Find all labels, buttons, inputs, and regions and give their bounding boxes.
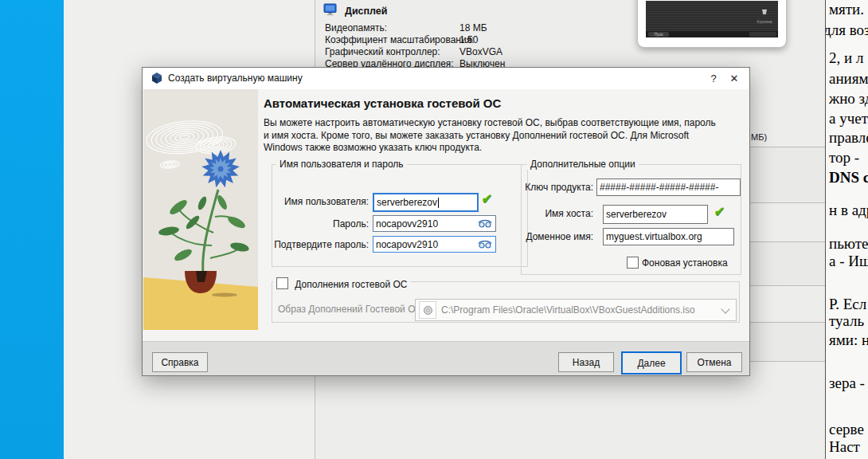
vm-start-button: Пуск <box>648 32 669 37</box>
username-valid-check-icon: ✔ <box>482 191 492 206</box>
additions-image-combobox[interactable]: C:\Program Files\Oracle\VirtualBox\VBoxG… <box>415 299 737 321</box>
doc-fragment: 2, и л <box>829 49 863 67</box>
display-section-title: Дисплей <box>345 6 388 17</box>
password-reveal-icon[interactable] <box>478 240 492 249</box>
help-footer-button[interactable]: Справка <box>152 352 208 372</box>
recycle-bin-label: Корзина <box>754 19 775 24</box>
doc-fragment: туаль <box>829 312 864 330</box>
doc-fragment: правле <box>829 129 868 147</box>
description-line: Вы можете настроить автоматическую устан… <box>264 117 741 130</box>
doc-fragment: мяти. <box>829 1 864 18</box>
description-line: и имя хоста. Кроме того, вы можете заказ… <box>264 130 741 143</box>
product-key-label: Ключ продукта: <box>523 182 593 193</box>
next-button[interactable]: Далее <box>621 351 682 375</box>
doc-fragment: зера - <box>829 375 865 392</box>
panel-separator <box>750 241 826 242</box>
doc-fragment: серве <box>829 421 864 438</box>
doc-fragment: Наст <box>829 438 860 456</box>
help-button[interactable]: ? <box>705 68 722 89</box>
back-button[interactable]: Назад <box>558 352 614 372</box>
description-line: Windows также возможно указать ключ прод… <box>264 142 741 155</box>
confirm-password-field[interactable]: nocapovv2910 <box>373 236 496 253</box>
password-reveal-icon[interactable] <box>478 219 492 228</box>
background-install-checkbox[interactable] <box>627 257 639 269</box>
dialog-footer: Справка Назад Далее Отмена <box>143 341 749 375</box>
display-row-value: VBoxVGA <box>459 46 502 57</box>
display-row-value: 18 МБ <box>459 22 487 33</box>
username-label: Имя пользователя: <box>259 196 369 207</box>
panel-separator <box>750 202 826 203</box>
password-field[interactable]: nocapovv2910 <box>373 215 496 232</box>
product-key-field[interactable]: #####-#####-#####-#####- <box>596 178 741 196</box>
domain-label: Доменное имя: <box>515 231 593 242</box>
panel-separator <box>750 361 826 362</box>
wizard-illustration <box>143 89 258 330</box>
chevron-down-icon[interactable] <box>721 304 729 313</box>
panel-separator <box>750 285 826 286</box>
hostname-field[interactable]: serverberezov <box>603 205 708 224</box>
additions-image-label: Образ Дополнений Гостевой ОС: <box>278 304 424 315</box>
guest-additions-checkbox[interactable] <box>276 277 288 289</box>
doc-fragment: аниям <box>829 70 868 88</box>
virtualbox-cube-icon <box>151 72 163 84</box>
additions-image-path: C:\Program Files\Oracle\VirtualBox\VBoxG… <box>441 304 695 316</box>
hostname-label: Имя хоста: <box>523 208 593 219</box>
disc-icon <box>419 301 436 319</box>
panel-separator <box>750 147 826 147</box>
password-label: Пароль: <box>259 218 369 230</box>
doc-fragment: тор - <box>829 149 859 167</box>
vm-tray <box>749 32 776 37</box>
page-description: Вы можете настроить автоматическую устан… <box>264 117 741 155</box>
doc-fragment: ями: н <box>829 332 868 349</box>
doc-fragment: н в адр <box>829 202 868 219</box>
doc-fragment: а - Ищ <box>829 253 868 270</box>
cancel-button[interactable]: Отмена <box>686 352 742 372</box>
group-username-password-title: Имя пользователя и пароль <box>276 159 407 170</box>
guest-additions-checkbox-row: Дополнения гостевой ОС <box>273 276 410 290</box>
clipped-memory-text: МБ) <box>751 132 767 142</box>
doc-fragment: жно зд <box>829 90 868 108</box>
panel-band <box>750 147 826 202</box>
doc-fragment: а учет <box>829 110 868 128</box>
panel-band <box>750 322 826 361</box>
guest-additions-title: Дополнения гостевой ОС <box>295 279 407 290</box>
display-row-label: Видеопамять: <box>325 22 387 33</box>
dialog-titlebar: Создать виртуальную машину ? ✕ <box>143 68 749 89</box>
document-page: мяти. для воз 2, и л аниям жно зд а учет… <box>825 0 868 459</box>
confirm-password-label: Подтвердите пароль: <box>259 239 369 250</box>
desktop-wallpaper <box>0 0 64 459</box>
dialog-title: Создать виртуальную машину <box>168 68 303 89</box>
display-row-label: Графический контроллер: <box>325 46 440 57</box>
display-row-value: 1.50 <box>459 34 478 45</box>
username-field[interactable]: serverberezov <box>373 193 479 212</box>
wizard-dialog: Создать виртуальную машину ? ✕ <box>142 67 750 376</box>
screenshot-root: Дисплей Видеопамять: 18 МБ Коэффициент м… <box>0 0 868 459</box>
display-row-label: Коэффициент масштабирования: <box>325 34 475 45</box>
hostname-valid-check-icon: ✔ <box>714 204 725 219</box>
panel-separator <box>750 322 826 323</box>
close-button[interactable]: ✕ <box>725 68 743 89</box>
text-caret <box>438 198 439 208</box>
panel-band <box>750 241 826 285</box>
vm-taskbar: Пуск <box>646 31 778 37</box>
doc-fragment: Р. Есл <box>829 296 866 313</box>
recycle-bin-icon: Корзина <box>754 4 775 24</box>
vm-preview-thumbnail: Корзина Пуск <box>637 0 787 48</box>
domain-field[interactable]: myguest.virtualbox.org <box>603 228 734 245</box>
doc-fragment: пьюте <box>829 235 868 253</box>
display-icon <box>323 3 337 18</box>
doc-fragment: для воз <box>825 22 868 39</box>
group-additional-options-title: Дополнительные опции <box>527 159 639 170</box>
doc-fragment: DNS с <box>829 169 868 186</box>
page-title: Автоматическая установка гостевой ОС <box>264 96 501 110</box>
background-install-label: Фоновая установка <box>642 257 728 269</box>
